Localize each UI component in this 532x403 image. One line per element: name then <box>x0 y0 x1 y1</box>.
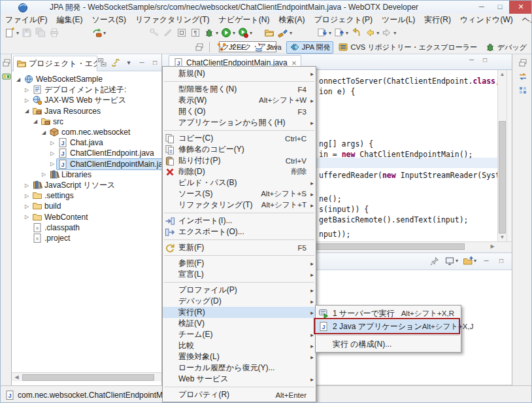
maximize-view-icon[interactable]: □ <box>150 58 160 68</box>
expander-expanded-icon[interactable]: ◢ <box>23 108 31 114</box>
menubar-help[interactable]: ヘルプ(H) <box>518 14 532 26</box>
tree-item-java-resources[interactable]: ◢Java Resources <box>12 106 161 116</box>
expander-collapsed-icon[interactable]: ▷ <box>23 214 31 220</box>
perspective-j2ee-button[interactable]: J2EE <box>213 41 249 54</box>
context-menu-item-open-with[interactable]: アプリケーションから開く(H)▸ <box>163 117 316 128</box>
minimized-outline-view-icon[interactable] <box>518 85 528 96</box>
context-menu-item-profile-as[interactable]: プロファイル(P)▸ <box>163 285 316 296</box>
expander-collapsed-icon[interactable]: ▷ <box>48 140 56 146</box>
toolbar-run-last-tool-button[interactable]: ▾ <box>90 26 107 39</box>
context-menu-item-copy-qualified-name[interactable]: 修飾名のコピー(Y) <box>163 144 316 155</box>
menubar-file[interactable]: ファイル(F) <box>1 14 52 26</box>
context-menu-item-build-path[interactable]: ビルド・パス(B)▸ <box>163 177 316 188</box>
pin-console-icon[interactable] <box>429 256 440 266</box>
context-menu-item-validate[interactable]: 検証(V) <box>163 318 316 329</box>
search-tool-dropdown-arrow-icon[interactable]: ▾ <box>290 30 292 36</box>
open-perspective-button[interactable] <box>193 41 206 54</box>
toolbar-back-button[interactable]: ▾ <box>363 26 380 39</box>
next-annotation-dropdown-arrow-icon[interactable]: ▾ <box>329 30 331 36</box>
context-menu-item-paste[interactable]: 貼り付け(P)Ctrl+V <box>163 155 316 166</box>
perspective-cvs-button[interactable]: CVS リポジトリー・エクスプローラー <box>335 41 480 54</box>
hscroll-thumb[interactable] <box>22 374 154 381</box>
project-tree-hscrollbar[interactable]: ◀ <box>12 372 161 381</box>
editor-maximize-button[interactable]: □ <box>483 56 487 63</box>
menubar-navigate[interactable]: ナビゲート(N) <box>214 14 274 26</box>
menubar-tools[interactable]: ツール(L) <box>377 14 420 26</box>
debug-last-dropdown-arrow-icon[interactable]: ▾ <box>216 30 218 36</box>
scroll-down-icon[interactable]: ▼ <box>498 234 507 240</box>
vscroll-thumb[interactable] <box>499 121 506 234</box>
context-menu-item-compare-with[interactable]: 比較▸ <box>163 340 316 351</box>
tree-item-body[interactable]: JChatClientEndpoint.java <box>56 147 157 159</box>
tree-item-src[interactable]: ◢src <box>12 116 161 127</box>
maximize-view-icon[interactable]: □ <box>496 256 507 266</box>
expander-collapsed-icon[interactable]: ▷ <box>23 203 31 209</box>
expander-expanded-icon[interactable]: ◢ <box>31 118 39 124</box>
context-menu-item-new[interactable]: 新規(N)▸ <box>163 68 316 79</box>
tree-item-body[interactable]: x.project <box>31 232 73 244</box>
forward-dropdown-arrow-icon[interactable]: ▾ <box>393 30 396 36</box>
tab-project-explorer[interactable]: プロジェクト・エクスプローラー ✕ <box>13 56 97 71</box>
window-close-button[interactable]: ✕ <box>509 1 532 14</box>
perspective-debug-button[interactable]: デバッグ <box>482 41 530 54</box>
minimize-view-icon[interactable]: ─ <box>137 58 147 68</box>
context-menu-item-debug-as[interactable]: デバッグ(D)▸ <box>163 296 316 307</box>
window-maximize-button[interactable]: □ <box>491 1 509 14</box>
expander-collapsed-icon[interactable]: ▷ <box>48 161 56 167</box>
perspective-jpa-button[interactable]: JPA 開発 <box>286 41 334 54</box>
tree-item-libraries[interactable]: ▷Libraries <box>12 169 161 180</box>
editor-minimize-button[interactable]: ─ <box>469 56 474 63</box>
expander-collapsed-icon[interactable]: ▷ <box>40 171 48 177</box>
menubar-window[interactable]: ウィンドウ(W) <box>456 14 518 26</box>
toolbar-search-tool-button[interactable]: ▾ <box>276 26 293 39</box>
context-menu-item-open[interactable]: 開く(O)F3 <box>163 106 316 117</box>
close-editor-icon[interactable]: ✕ <box>291 60 297 67</box>
perspective-java-button[interactable]: Java <box>250 41 284 54</box>
tree-item-build[interactable]: ▷build <box>12 201 161 211</box>
context-menu-item-import[interactable]: インポート(I)... <box>163 215 316 226</box>
back-dropdown-arrow-icon[interactable]: ▾ <box>376 30 379 36</box>
previous-annotation-dropdown-arrow-icon[interactable]: ▾ <box>346 30 348 36</box>
toolbar-new-wizard-button[interactable]: ▾ <box>3 26 20 39</box>
toolbar-last-edit-location-button[interactable] <box>350 26 363 39</box>
context-menu-item-export[interactable]: エクスポート(O)... <box>163 226 316 237</box>
open-console-dropdown-arrow-icon[interactable]: ▾ <box>474 256 476 266</box>
minimized-sync-view-icon[interactable] <box>518 71 528 82</box>
open-console-icon[interactable]: ▾ <box>463 256 476 266</box>
restore-view-icon[interactable] <box>518 58 528 68</box>
tree-item-project[interactable]: x.project <box>12 233 161 243</box>
new-wizard-dropdown-arrow-icon[interactable]: ▾ <box>16 30 19 36</box>
tree-item-chatclientendpoint-java[interactable]: ▷JChatClientEndpoint.java <box>12 148 161 158</box>
toolbar-forward-button[interactable]: ▾ <box>380 26 397 39</box>
toolbar-coverage-last-button[interactable]: ▾ <box>237 26 254 39</box>
toolbar-run-last-button[interactable]: ▾ <box>220 26 237 39</box>
display-selected-console-dropdown-arrow-icon[interactable]: ▾ <box>456 256 458 266</box>
tree-item-deployment-descriptor[interactable]: ▷デプロイメント記述子: <box>12 84 161 95</box>
collapse-all-icon[interactable] <box>97 58 108 68</box>
menubar-refactor[interactable]: リファクタリング(T) <box>131 14 214 26</box>
context-menu-item-team[interactable]: チーム(E)▸ <box>163 329 316 340</box>
scroll-up-icon[interactable]: ▲ <box>498 71 507 77</box>
expander-expanded-icon[interactable]: ◢ <box>40 130 48 135</box>
menubar-project[interactable]: プロジェクト(P) <box>309 14 377 26</box>
expander-collapsed-icon[interactable]: ▷ <box>23 87 31 93</box>
tree-item-jaxws-web-services[interactable]: ▷JAX-WS Web サービス <box>12 95 161 105</box>
toolbar-next-annotation-button[interactable]: ▾ <box>316 26 333 39</box>
tree-item-javascript-resources[interactable]: ▷JavaScript リソース <box>12 180 161 190</box>
menubar-search[interactable]: 検索(A) <box>274 14 309 26</box>
tree-item-webcontent[interactable]: ▷WebContent <box>12 212 161 222</box>
expander-collapsed-icon[interactable]: ▷ <box>23 97 31 103</box>
menubar-edit[interactable]: 編集(E) <box>52 14 87 26</box>
toolbar-mark-occurrences-button[interactable] <box>175 26 189 39</box>
scroll-left-icon[interactable]: ◀ <box>12 374 21 381</box>
editor-vscrollbar[interactable]: ▲ ▼ <box>497 70 507 241</box>
tree-item-websocketsample[interactable]: ◢WebSocketSample <box>12 74 161 84</box>
context-menu-item-show-in[interactable]: 表示(W)Alt+シフト+W▸ <box>163 95 316 106</box>
context-menu-item-delete[interactable]: 削除(D)削除 <box>163 166 316 177</box>
scroll-right-icon[interactable]: ▶ <box>488 243 497 250</box>
context-menu-item-replace-with[interactable]: 置換対象(L)▸ <box>163 351 316 362</box>
submenu-item-java-application[interactable]: J2 Java アプリケーションAlt+シフト+X,J <box>316 320 461 333</box>
restore-view-icon[interactable] <box>1 58 10 68</box>
context-menu-item-references[interactable]: 参照(F)▸ <box>163 258 316 269</box>
tree-item-chatclientendpointmain-java[interactable]: ▷JChatClientEndpointMain.jav <box>12 159 161 169</box>
